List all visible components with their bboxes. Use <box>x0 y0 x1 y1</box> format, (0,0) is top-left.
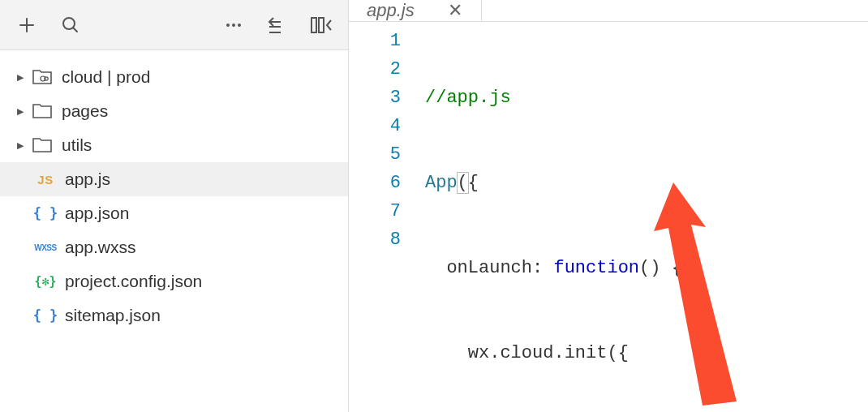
svg-point-3 <box>238 24 241 27</box>
tree-folder-label: utils <box>62 135 92 155</box>
editor-tabs: app.js ✕ <box>349 0 868 22</box>
wxss-file-icon: WXSS <box>34 238 57 257</box>
editor-tab-label: app.js <box>367 0 415 21</box>
tree-file-label: app.json <box>65 204 129 223</box>
search-icon <box>61 15 80 35</box>
more-button[interactable] <box>213 6 254 45</box>
tree-folder-cloud[interactable]: ▶ cloud | prod <box>0 60 348 94</box>
tree-file-sitemap-json[interactable]: { } sitemap.json <box>0 298 348 333</box>
plus-icon <box>18 16 36 34</box>
code-editor[interactable]: 12345678 //app.js App({ onLaunch: functi… <box>349 22 868 412</box>
chevron-right-icon: ▶ <box>13 104 28 118</box>
json-file-icon: { } <box>34 204 57 223</box>
tree-file-app-json[interactable]: { } app.json <box>0 196 348 230</box>
folder-icon <box>31 135 54 155</box>
js-file-icon: JS <box>34 170 57 189</box>
chevron-right-icon: ▶ <box>13 138 28 152</box>
sidebar-toolbar <box>0 0 348 50</box>
split-panel-icon <box>310 15 333 35</box>
tree-folder-label: cloud | prod <box>62 67 150 87</box>
collapse-button[interactable] <box>257 6 298 45</box>
folder-icon <box>31 101 54 121</box>
line-gutter: 12345678 <box>349 27 425 412</box>
sidebar: ▶ cloud | prod ▶ pages ▶ utils JS app.js <box>0 0 349 412</box>
svg-rect-5 <box>319 18 324 32</box>
cloud-folder-icon <box>31 67 54 87</box>
file-tree: ▶ cloud | prod ▶ pages ▶ utils JS app.js <box>0 50 348 412</box>
code-content: //app.js App({ onLaunch: function() { wx… <box>425 27 868 412</box>
tree-file-label: app.wxss <box>65 238 136 257</box>
svg-point-1 <box>226 24 230 27</box>
tree-file-label: sitemap.json <box>65 306 161 325</box>
tree-folder-pages[interactable]: ▶ pages <box>0 94 348 128</box>
tree-folder-label: pages <box>62 101 108 121</box>
search-button[interactable] <box>50 6 91 45</box>
tree-file-app-wxss[interactable]: WXSS app.wxss <box>0 230 348 264</box>
close-icon[interactable]: ✕ <box>447 2 463 19</box>
svg-rect-4 <box>312 18 316 32</box>
split-button[interactable] <box>301 6 342 45</box>
config-file-icon: {✻} <box>34 272 57 291</box>
new-file-button[interactable] <box>6 6 47 45</box>
tree-file-label: project.config.json <box>65 272 202 291</box>
json-file-icon: { } <box>34 306 57 325</box>
editor-tab[interactable]: app.js ✕ <box>349 0 482 21</box>
chevron-right-icon: ▶ <box>13 70 28 84</box>
collapse-icon <box>267 15 288 35</box>
tree-file-label: app.js <box>65 170 110 189</box>
tree-file-app-js[interactable]: JS app.js <box>0 162 348 196</box>
editor-panel: app.js ✕ 12345678 //app.js App({ onLaunc… <box>349 0 868 412</box>
tree-folder-utils[interactable]: ▶ utils <box>0 128 348 162</box>
ellipsis-icon <box>224 15 243 35</box>
svg-point-2 <box>232 24 235 27</box>
tree-file-project-config[interactable]: {✻} project.config.json <box>0 264 348 298</box>
